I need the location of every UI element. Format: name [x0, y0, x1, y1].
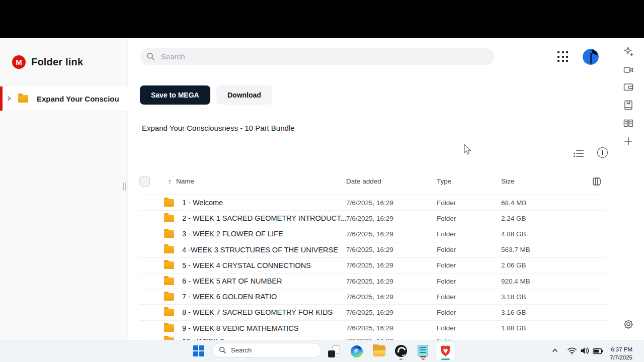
- folder-icon: [164, 293, 174, 301]
- column-header-name[interactable]: Name: [176, 177, 346, 185]
- volume-icon[interactable]: [580, 346, 590, 357]
- row-type: Folder: [437, 309, 501, 316]
- folder-icon: [164, 246, 174, 253]
- video-camera-icon[interactable]: [622, 64, 634, 76]
- row-type: Folder: [437, 278, 501, 285]
- row-date-added: 7/6/2025, 16:29: [346, 278, 437, 285]
- table-header: ↑ Name Date added Type Size: [139, 173, 606, 190]
- sort-ascending-icon[interactable]: ↑: [168, 177, 172, 186]
- folder-icon: [164, 230, 174, 238]
- row-size: 68.4 MB: [501, 199, 582, 207]
- table-row[interactable]: 8 - WEEK 7 SACRED GEOMETRY FOR KIDS 7/6/…: [139, 305, 606, 320]
- sidebar-resize-handle[interactable]: [123, 183, 127, 191]
- table-row[interactable]: 4 -WEEK 3 STRUCTURES OF THE UNIVERSE 7/6…: [139, 242, 606, 258]
- mouse-cursor: [464, 144, 472, 158]
- wallet-icon[interactable]: [622, 81, 634, 93]
- search-input[interactable]: Search: [140, 48, 495, 65]
- leo-ai-sparkle-icon[interactable]: [622, 45, 634, 57]
- obs-studio-icon[interactable]: [395, 345, 407, 357]
- start-button[interactable]: [193, 345, 204, 356]
- screen: M Folder link Expand Your Consciou Searc…: [0, 0, 644, 362]
- row-name: 8 - WEEK 7 SACRED GEOMETRY FOR KIDS: [182, 308, 346, 316]
- list-view-icon[interactable]: [573, 148, 584, 160]
- battery-icon[interactable]: [593, 347, 603, 356]
- column-header-date[interactable]: Date added: [346, 177, 437, 185]
- avatar[interactable]: [583, 49, 599, 65]
- brave-lion-icon: [440, 345, 451, 356]
- add-panel-plus-icon[interactable]: [622, 135, 634, 147]
- folder-icon: [164, 215, 174, 222]
- obs-running-indicator: [399, 358, 403, 360]
- row-name: 4 -WEEK 3 STRUCTURES OF THE UNIVERSE: [182, 246, 346, 254]
- clock-date: 7/7/2025: [603, 354, 632, 362]
- table-row[interactable]: 2 - WEEK 1 SACRED GEOMETRY INTRODUCT... …: [139, 211, 606, 226]
- notepad-icon[interactable]: [418, 345, 428, 356]
- taskbar-clock[interactable]: 6:37 PM 7/7/2025: [603, 346, 632, 361]
- taskbar: [0, 340, 644, 362]
- mega-logo-icon: M: [12, 55, 26, 69]
- row-date-added: 7/6/2025, 16:29: [346, 215, 437, 222]
- task-view-button[interactable]: [328, 345, 340, 357]
- table-row[interactable]: 1 - Welcome 7/6/2025, 16:29 Folder 68.4 …: [139, 195, 606, 211]
- folder-title: Expand Your Consciousness - 10 Part Bund…: [142, 124, 295, 132]
- folder-icon: [164, 309, 174, 316]
- sidebar-item-root-folder[interactable]: Expand Your Consciou: [0, 86, 128, 111]
- table-row[interactable]: 6 - WEEK 5 ART OF NUMBER 7/6/2025, 16:29…: [139, 274, 606, 289]
- chevron-right-icon[interactable]: [7, 96, 12, 101]
- table-row[interactable]: 5 - WEEK 4 CRYSTAL CONNECTIONS 7/6/2025,…: [139, 258, 606, 274]
- edge-browser-icon[interactable]: [351, 345, 363, 357]
- row-type: Folder: [437, 230, 501, 238]
- download-button[interactable]: Download: [216, 85, 272, 105]
- row-size: 563.7 MB: [501, 246, 582, 253]
- apps-grid-icon[interactable]: [557, 51, 569, 62]
- row-type: Folder: [437, 199, 501, 207]
- settings-gear-icon[interactable]: [622, 318, 634, 330]
- row-name: 2 - WEEK 1 SACRED GEOMETRY INTRODUCT...: [182, 214, 346, 222]
- clock-time: 6:37 PM: [603, 346, 632, 354]
- row-size: 2.24 GB: [501, 215, 582, 222]
- row-size: 1.88 GB: [501, 324, 582, 332]
- folder-icon: [164, 278, 174, 285]
- folder-icon: [18, 95, 28, 103]
- table-row[interactable]: 9 - WEEK 8 VEDIC MATHEMATICS 7/6/2025, 1…: [139, 321, 606, 336]
- active-accent-bar: [0, 86, 3, 111]
- row-size: 3.18 GB: [501, 293, 582, 301]
- wifi-icon[interactable]: [567, 346, 577, 357]
- sidebar-item-label: Expand Your Consciou: [37, 95, 123, 103]
- info-icon[interactable]: i: [597, 147, 608, 158]
- column-header-size[interactable]: Size: [501, 177, 582, 185]
- bookmarks-icon[interactable]: [622, 99, 634, 111]
- table-row[interactable]: 3 - WEEK 2 FLOWER OF LIFE 7/6/2025, 16:2…: [139, 226, 606, 242]
- brave-active-indicator: [441, 358, 450, 360]
- search-placeholder: Search: [161, 52, 185, 61]
- columns-settings-icon[interactable]: [593, 177, 601, 186]
- row-name: 5 - WEEK 4 CRYSTAL CONNECTIONS: [182, 261, 346, 269]
- row-size: 920.4 MB: [501, 278, 582, 285]
- row-size: 2.06 GB: [501, 261, 582, 269]
- save-to-mega-button[interactable]: Save to MEGA: [140, 85, 210, 105]
- reading-list-icon[interactable]: [622, 117, 634, 129]
- file-explorer-icon[interactable]: [373, 345, 385, 356]
- mega-logo-row: M Folder link: [12, 55, 83, 69]
- folder-icon: [164, 261, 174, 269]
- row-type: Folder: [437, 324, 501, 332]
- row-type: Folder: [437, 261, 501, 269]
- row-date-added: 7/6/2025, 16:29: [346, 199, 437, 207]
- folder-icon: [164, 324, 174, 332]
- row-type: Folder: [437, 215, 501, 222]
- column-header-type[interactable]: Type: [437, 177, 501, 185]
- search-icon: [146, 52, 155, 61]
- taskbar-search[interactable]: Search: [212, 343, 322, 357]
- table-row[interactable]: 7 - WEEK 6 GOLDEN RATIO 7/6/2025, 16:29 …: [139, 289, 606, 305]
- taskbar-search-placeholder: Search: [231, 346, 252, 354]
- row-size: 4.88 GB: [501, 230, 582, 238]
- select-all-checkbox[interactable]: [139, 176, 150, 187]
- row-type: Folder: [437, 246, 501, 253]
- row-name: 9 - WEEK 8 VEDIC MATHEMATICS: [182, 324, 346, 332]
- row-name: 3 - WEEK 2 FLOWER OF LIFE: [182, 230, 346, 238]
- folder-icon: [164, 199, 174, 207]
- brave-browser-button[interactable]: [436, 341, 455, 360]
- page-title-folder-link: Folder link: [31, 56, 83, 68]
- tray-chevron-up-icon[interactable]: [551, 347, 558, 356]
- row-date-added: 7/6/2025, 16:29: [346, 324, 437, 332]
